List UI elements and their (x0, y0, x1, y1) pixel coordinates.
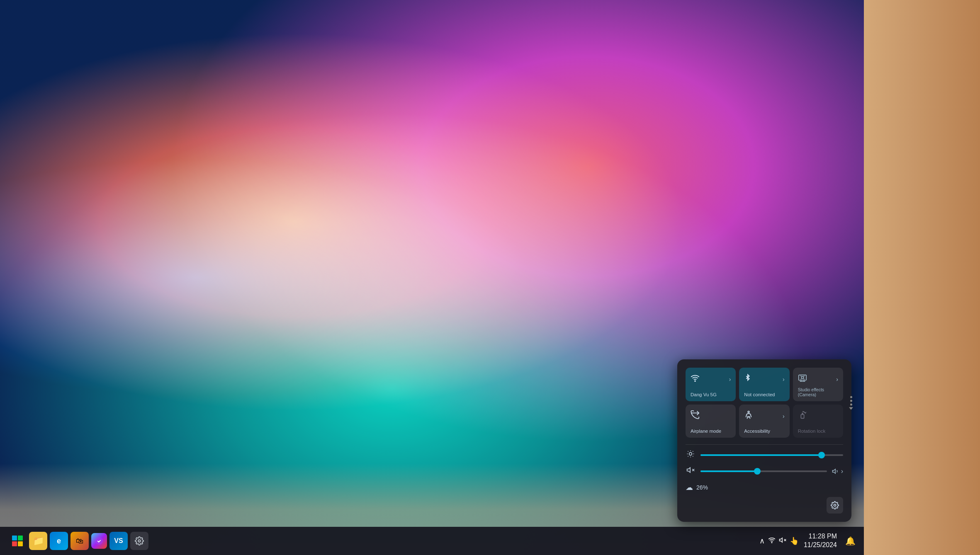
bluetooth-arrow: › (783, 376, 785, 383)
clock-date: 11/25/2024 (804, 541, 837, 550)
svg-marker-14 (687, 468, 691, 473)
svg-line-8 (688, 451, 688, 452)
rotation-lock-icon (798, 410, 807, 422)
svg-rect-22 (18, 541, 23, 546)
taskbar: 📁 e 🛍 VS ∧ (0, 527, 864, 555)
svg-rect-21 (12, 541, 17, 546)
hidden-icons-button[interactable]: ∧ (759, 536, 765, 545)
bluetooth-tile[interactable]: › Not connected (739, 368, 789, 401)
svg-point-2 (801, 376, 804, 379)
svg-point-5 (689, 453, 692, 456)
svg-line-12 (688, 456, 688, 456)
overflow-dot-1 (850, 396, 852, 398)
studio-effects-tile[interactable]: › Studio effects (Camera) (793, 368, 843, 401)
svg-rect-19 (12, 536, 17, 540)
settings-row (686, 497, 843, 514)
wifi-tile[interactable]: › Dang Vu 5G (686, 368, 736, 401)
svg-point-0 (695, 381, 695, 381)
settings-taskbar-button[interactable] (130, 532, 148, 550)
system-tray: ∧ 👆 11:28 PM 11/25/2024 (759, 532, 856, 550)
vscode-button[interactable]: VS (109, 532, 128, 550)
airplane-mode-tile[interactable]: Airplane mode (686, 405, 736, 438)
brightness-fill (700, 454, 822, 456)
airplane-icon (691, 410, 700, 422)
svg-rect-4 (801, 414, 804, 418)
accessibility-tile[interactable]: › Accessibility (739, 405, 789, 438)
overflow-menu[interactable] (849, 396, 853, 410)
rotation-lock-label: Rotation lock (798, 429, 825, 434)
touch-keyboard-icon[interactable]: 👆 (790, 536, 799, 545)
notification-button[interactable]: 🔔 (845, 536, 856, 546)
settings-button[interactable] (827, 497, 843, 514)
volume-slider-row: › (686, 466, 843, 476)
taskbar-icons: 📁 e 🛍 VS (8, 532, 759, 550)
copilot-button[interactable] (91, 533, 107, 549)
volume-track[interactable] (700, 470, 827, 472)
bluetooth-icon (744, 373, 751, 385)
wifi-arrow: › (729, 376, 731, 383)
brightness-slider-row (686, 450, 843, 460)
svg-marker-25 (779, 538, 782, 543)
action-center-panel: › Dang Vu 5G › Not connected (677, 359, 851, 522)
volume-thumb[interactable] (754, 468, 761, 475)
brightness-thumb[interactable] (818, 452, 825, 458)
battery-cloud-icon: ☁ (686, 483, 693, 492)
brightness-icon (686, 450, 695, 460)
volume-systray-icon[interactable] (779, 536, 786, 545)
start-button[interactable] (8, 532, 27, 550)
volume-extra-arrow: › (841, 468, 843, 475)
divider-1 (686, 444, 843, 445)
overflow-dot-3 (850, 403, 852, 405)
svg-point-18 (834, 504, 836, 507)
accessibility-arrow: › (783, 413, 785, 419)
systray-icons-group: ∧ 👆 (759, 536, 799, 545)
clock-time: 11:28 PM (804, 532, 837, 541)
bluetooth-label: Not connected (744, 392, 775, 397)
studio-effects-icon (798, 373, 807, 385)
battery-percent: 26% (696, 484, 708, 491)
volume-output-selector[interactable]: › (832, 468, 843, 475)
svg-line-9 (693, 456, 693, 456)
rotation-lock-tile[interactable]: Rotation lock (793, 405, 843, 438)
wifi-label: Dang Vu 5G (691, 392, 717, 397)
accessibility-label: Accessibility (744, 429, 770, 434)
svg-point-3 (748, 411, 749, 413)
studio-effects-label: Studio effects (Camera) (798, 387, 838, 397)
file-explorer-button[interactable]: 📁 (29, 532, 47, 550)
svg-line-13 (693, 451, 693, 452)
svg-point-24 (771, 542, 772, 543)
network-status-icon[interactable] (768, 536, 776, 545)
edge-button[interactable]: e (50, 532, 68, 550)
system-clock[interactable]: 11:28 PM 11/25/2024 (804, 532, 837, 550)
overflow-dot-2 (850, 400, 852, 402)
airplane-mode-label: Airplane mode (691, 429, 721, 434)
svg-rect-1 (798, 375, 806, 381)
brightness-track[interactable] (700, 454, 843, 456)
svg-rect-20 (18, 536, 23, 540)
studio-effects-arrow: › (836, 376, 838, 383)
device-edge-right (864, 0, 980, 555)
overflow-expand-arrow (849, 407, 853, 410)
battery-row: ☁ 26% (686, 483, 843, 492)
sliders-section: › (686, 450, 843, 476)
volume-muted-icon (686, 466, 695, 476)
wifi-icon (691, 373, 700, 385)
svg-marker-17 (832, 469, 835, 473)
store-button[interactable]: 🛍 (71, 532, 89, 550)
quick-tiles-grid: › Dang Vu 5G › Not connected (686, 368, 843, 438)
volume-fill (700, 470, 757, 472)
accessibility-icon (744, 410, 753, 422)
svg-point-23 (138, 540, 141, 542)
